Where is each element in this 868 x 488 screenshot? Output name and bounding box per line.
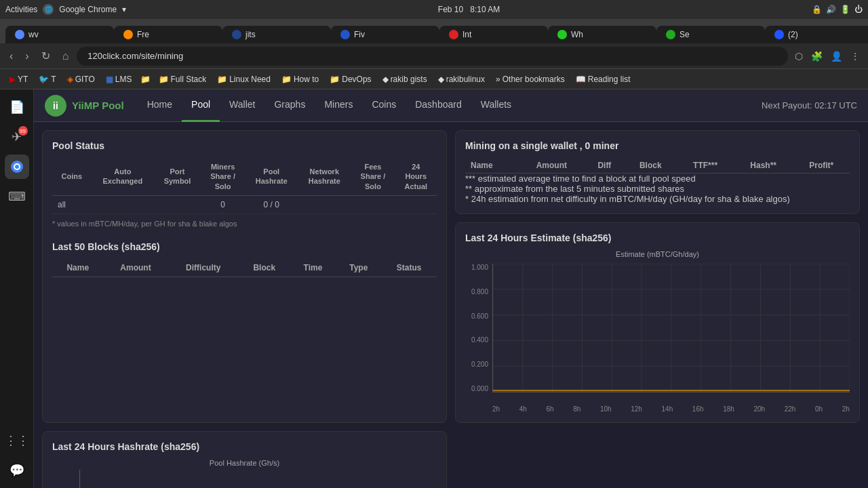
mining-th-diff: Diff [585, 158, 625, 174]
bookmark-devops[interactable]: 📁 DevOps [326, 73, 375, 85]
estimate-y-label: Estimate (mBTC/Gh/day) [465, 250, 850, 258]
pool-coins-all: all [52, 195, 92, 214]
pool-th-miners: MinersShare /Solo [201, 158, 245, 195]
cast-icon[interactable]: ⬡ [792, 49, 806, 63]
tab-se[interactable]: Se [656, 26, 765, 43]
pool-fees-all [351, 195, 395, 214]
bookmark-howto[interactable]: 📁 How to [277, 73, 323, 85]
nav-wallet[interactable]: Wallet [220, 89, 264, 122]
y-0400: 0.400 [471, 336, 488, 344]
tab-label-se: Se [679, 30, 690, 39]
tab-int[interactable]: Int [439, 26, 548, 43]
pool-brand[interactable]: YiiMP Pool [72, 100, 124, 111]
gito-icon: ◈ [67, 75, 73, 84]
bookmark-gito[interactable]: ◈ GITO [63, 73, 99, 85]
tab-label-jits: jits [245, 30, 256, 39]
x-14h: 14h [662, 405, 673, 413]
back-button[interactable]: ‹ [5, 49, 17, 64]
sidebar-grid-icon[interactable]: ⋮⋮ [5, 428, 29, 453]
pool-th-24h: 24HoursActual [395, 158, 437, 195]
other-bookmarks[interactable]: » Other bookmarks [492, 73, 569, 85]
pool-table: Coins AutoExchanged PortSymbol MinersSha… [52, 158, 437, 214]
nav-miners[interactable]: Miners [315, 89, 362, 122]
chart-x-labels: 2h 4h 6h 8h 10h 12h 14h 16h 18h 20h 22h … [492, 394, 850, 413]
x-2h-end: 2h [842, 405, 850, 413]
activities-label[interactable]: Activities [5, 5, 37, 14]
menu-icon[interactable]: ⋮ [848, 49, 863, 63]
pool-th-pool-hashrate: PoolHashrate [245, 158, 298, 195]
tab-favicon-wv [15, 30, 24, 39]
bookmark-t[interactable]: 🐦 T [35, 73, 60, 85]
tab-wh[interactable]: Wh [548, 26, 656, 43]
x-0h: 0h [815, 405, 823, 413]
x-10h: 10h [600, 405, 612, 413]
nav-pool[interactable]: Pool [182, 89, 220, 122]
pool-th-network: NetworkHashrate [298, 158, 351, 195]
nav-coins[interactable]: Coins [362, 89, 406, 122]
bookmark-rakib-gists[interactable]: ◆ rakib gists [378, 73, 431, 85]
chrome-label[interactable]: Google Chrome [59, 5, 117, 14]
pool-status-card: Pool Status Coins AutoExchanged PortSymb… [42, 130, 447, 423]
tab-favicon-se [666, 30, 675, 39]
forward-button[interactable]: › [21, 49, 33, 64]
sidebar-terminal-icon[interactable]: ⌨ [5, 184, 29, 209]
mining-table: Name Amount Diff Block TTF*** Hash** Pro… [465, 158, 850, 174]
bookmark-fullstack-label: Full Stack [171, 75, 207, 84]
hashrate-chart-card: Last 24 Hours Hashrate (sha256) Pool Has… [42, 431, 447, 488]
bookmark-yt[interactable]: ▶ YT [5, 73, 32, 85]
blocks-header-row: Name Amount Difficulty Block Time Type S… [52, 259, 437, 277]
bookmark-rakibulinux[interactable]: ◆ rakibulinux [434, 73, 489, 85]
rakibulinux-icon: ◆ [438, 75, 444, 84]
audio-icon: 🔊 [826, 5, 836, 14]
profile-icon[interactable]: 👤 [828, 49, 845, 63]
bookmark-fullstack[interactable]: 📁 Full Stack [155, 73, 211, 85]
tab-wv[interactable]: wv [5, 26, 114, 43]
nav-graphs[interactable]: Graphs [264, 89, 315, 122]
reload-button[interactable]: ↻ [37, 48, 54, 64]
pool-th-coins: Coins [52, 158, 92, 195]
bookmark-linux[interactable]: 📁 Linux Need [213, 73, 275, 85]
pool-row-all: all 0 0 / 0 [52, 195, 437, 214]
fullstack-icon: 📁 [159, 75, 169, 84]
tab-fre[interactable]: Fre [114, 26, 222, 43]
os-date: Feb 10 [438, 5, 463, 14]
tab-favicon-jits [232, 30, 241, 39]
tab-label-fiv: Fiv [354, 30, 365, 39]
os-datetime: Feb 10 8:10 AM [134, 5, 804, 14]
y-0000: 0.000 [471, 385, 488, 392]
sidebar-telegram-icon[interactable]: ✈ 99 [5, 125, 29, 149]
bookmarks-bar: ▶ YT 🐦 T ◈ GITO ▦ LMS 📁 📁 Full Stack 📁 L… [0, 69, 868, 89]
lms-icon: ▦ [106, 75, 113, 84]
sep1: 📁 [140, 75, 151, 84]
estimate-chart-card: Last 24 Hours Estimate (sha256) Estimate… [455, 222, 860, 423]
address-actions: ⬡ 🧩 👤 ⋮ [792, 49, 863, 63]
chart-y-labels: 1.000 0.800 0.600 0.400 0.200 0.000 [465, 264, 491, 392]
tab-2[interactable]: (2) [765, 26, 868, 43]
bookmark-rakib-gists-label: rakib gists [391, 75, 427, 84]
sidebar-slack-icon[interactable]: 💬 [5, 458, 29, 483]
bookmark-lms[interactable]: ▦ LMS [102, 73, 136, 85]
tab-favicon-wh [557, 30, 567, 39]
mining-th-amount: Amount [518, 158, 585, 174]
address-input[interactable] [77, 47, 788, 66]
tab-label-wv: wv [28, 30, 39, 39]
extensions-icon[interactable]: 🧩 [808, 49, 825, 63]
mining-note-1: *** estimated average time to find a blo… [465, 174, 850, 184]
sidebar-chrome-icon[interactable] [5, 155, 29, 179]
blocks-th-block: Block [239, 259, 290, 277]
battery-icon: 🔋 [840, 5, 850, 14]
chrome-dropdown-icon[interactable]: ▾ [122, 5, 126, 14]
sidebar-files-icon[interactable]: 📄 [5, 95, 29, 119]
nav-wallets[interactable]: Wallets [471, 89, 521, 122]
nav-dashboard[interactable]: Dashboard [406, 89, 471, 122]
hashrate-y-label: Pool Hashrate (Gh/s) [52, 459, 437, 467]
hashrate-svg [80, 470, 437, 488]
mining-title: Mining on a single wallet , 0 miner [465, 140, 850, 151]
home-button[interactable]: ⌂ [58, 49, 73, 64]
payout-info: Next Payout: 02:17 UTC [762, 100, 857, 110]
nav-home[interactable]: Home [138, 89, 182, 122]
app-sidebar: 📄 ✈ 99 ⌨ ⋮⋮ 💬 [0, 89, 34, 488]
tab-jits[interactable]: jits [222, 26, 331, 43]
tab-fiv[interactable]: Fiv [331, 26, 439, 43]
reading-list[interactable]: 📖 Reading list [572, 73, 635, 85]
